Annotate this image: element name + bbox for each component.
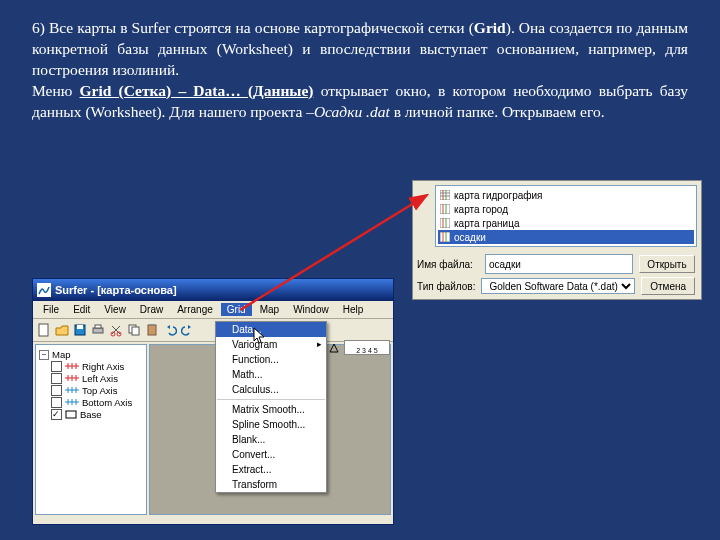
save-icon[interactable] [72, 322, 88, 338]
checkbox[interactable] [51, 385, 62, 396]
paste-icon[interactable] [144, 322, 160, 338]
tree-item-label: Base [80, 409, 102, 420]
menu-arrange[interactable]: Arrange [171, 303, 219, 316]
list-item[interactable]: осадки [438, 230, 694, 244]
list-item[interactable]: карта граница [438, 216, 694, 230]
base-icon [65, 410, 77, 419]
ruler: 2 3 4 5 [344, 340, 390, 355]
file-name: карта город [454, 204, 508, 215]
tree-root[interactable]: − Map [39, 349, 143, 360]
tree-item[interactable]: Right Axis [39, 361, 143, 372]
tree-item-label: Right Axis [82, 361, 124, 372]
checkbox[interactable] [51, 361, 62, 372]
object-manager[interactable]: − Map Right Axis Left Axis Top Axis Bott… [35, 344, 147, 515]
file-list[interactable]: карта гидрография карта город карта гран… [435, 185, 697, 247]
collapse-icon[interactable]: − [39, 350, 49, 360]
menu-edit[interactable]: Edit [67, 303, 96, 316]
print-icon[interactable] [90, 322, 106, 338]
copy-icon[interactable] [126, 322, 142, 338]
tree-item[interactable]: Top Axis [39, 385, 143, 396]
menu-item-extract[interactable]: Extract... [216, 462, 326, 477]
svg-rect-18 [93, 328, 103, 333]
tree-item[interactable]: Bottom Axis [39, 397, 143, 408]
grid-menu-dropdown[interactable]: Data... Variogram Function... Math... Ca… [215, 321, 327, 493]
menu-item-data[interactable]: Data... [216, 322, 326, 337]
svg-rect-25 [150, 324, 154, 326]
surfer-window: Surfer - [карта-основа] File Edit View D… [32, 278, 394, 525]
menu-item-math[interactable]: Math... [216, 367, 326, 382]
checkbox[interactable] [51, 409, 62, 420]
filename-input[interactable] [485, 254, 633, 274]
open-icon[interactable] [54, 322, 70, 338]
tree-item[interactable]: Base [39, 409, 143, 420]
menu-item-function[interactable]: Function... [216, 352, 326, 367]
file-name: карта граница [454, 218, 519, 229]
undo-icon[interactable] [162, 322, 178, 338]
list-item[interactable]: карта гидрография [438, 188, 694, 202]
svg-line-0 [240, 195, 427, 310]
tree-item[interactable]: Left Axis [39, 373, 143, 384]
menu-item-transform[interactable]: Transform [216, 477, 326, 492]
axis-icon [65, 374, 79, 383]
svg-rect-23 [132, 327, 139, 335]
file-name: осадки [454, 232, 486, 243]
tree-item-label: Top Axis [82, 385, 117, 396]
svg-rect-19 [95, 325, 101, 328]
callout-arrow [222, 185, 442, 315]
app-icon [37, 283, 51, 297]
menu-view[interactable]: View [98, 303, 132, 316]
checkbox[interactable] [51, 397, 62, 408]
polygon-tool-icon[interactable] [328, 342, 340, 354]
menu-item-variogram[interactable]: Variogram [216, 337, 326, 352]
tree-item-label: Left Axis [82, 373, 118, 384]
menu-item-matrixsmooth[interactable]: Matrix Smooth... [216, 402, 326, 417]
menu-item-splinesmooth[interactable]: Spline Smooth... [216, 417, 326, 432]
svg-rect-42 [66, 411, 76, 418]
cursor-icon [253, 327, 267, 347]
menu-draw[interactable]: Draw [134, 303, 169, 316]
new-icon[interactable] [36, 322, 52, 338]
window-title: Surfer - [карта-основа] [55, 284, 177, 296]
menu-item-blank[interactable]: Blank... [216, 432, 326, 447]
tree-item-label: Bottom Axis [82, 397, 132, 408]
axis-icon [65, 398, 79, 407]
menu-file[interactable]: File [37, 303, 65, 316]
file-name: карта гидрография [454, 190, 543, 201]
open-button[interactable]: Открыть [639, 255, 695, 273]
menu-separator [217, 399, 325, 400]
filetype-select[interactable]: Golden Software Data (*.dat) [481, 278, 635, 294]
toolbar [33, 319, 393, 342]
cut-icon[interactable] [108, 322, 124, 338]
svg-rect-15 [39, 324, 48, 336]
checkbox[interactable] [51, 373, 62, 384]
instruction-text: 6) Все карты в Surfer строятся на основе… [0, 0, 720, 123]
list-item[interactable]: карта город [438, 202, 694, 216]
svg-rect-17 [77, 325, 83, 329]
redo-icon[interactable] [180, 322, 196, 338]
tree-root-label: Map [52, 349, 70, 360]
axis-icon [65, 362, 79, 371]
cancel-button[interactable]: Отмена [641, 277, 695, 295]
menu-item-calculus[interactable]: Calculus... [216, 382, 326, 397]
axis-icon [65, 386, 79, 395]
svg-rect-24 [148, 325, 156, 335]
menu-item-convert[interactable]: Convert... [216, 447, 326, 462]
open-file-dialog: карта гидрография карта город карта гран… [412, 180, 702, 300]
